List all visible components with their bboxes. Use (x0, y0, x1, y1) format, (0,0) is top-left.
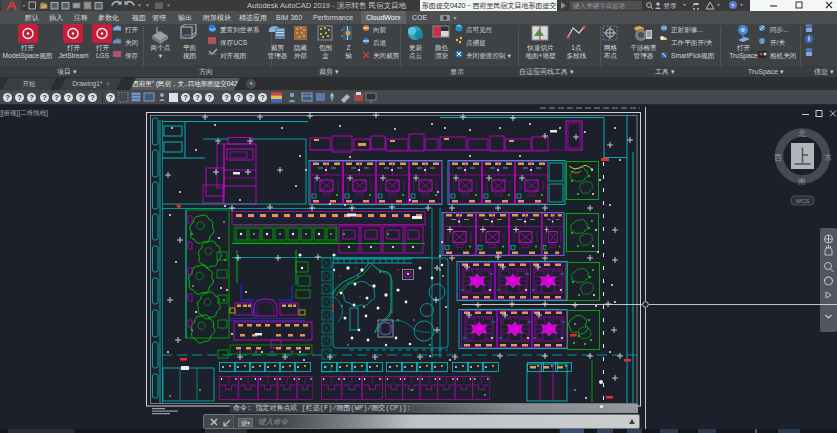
svg-text:东: 东 (824, 153, 832, 162)
svg-text:登录: 登录 (663, 2, 677, 10)
svg-text:南: 南 (797, 177, 806, 186)
svg-text:西: 西 (774, 153, 782, 162)
svg-text:北: 北 (798, 129, 806, 138)
svg-text:WCS: WCS (796, 198, 810, 204)
